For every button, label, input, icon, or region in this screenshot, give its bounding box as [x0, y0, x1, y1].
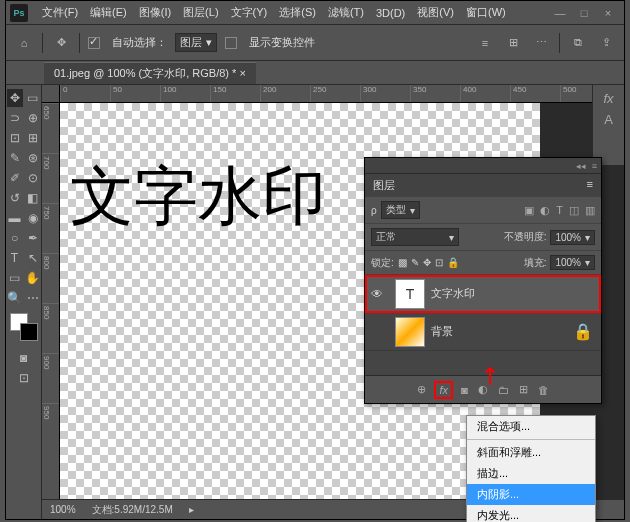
right-dock: fx A	[592, 85, 624, 165]
character-panel-icon[interactable]: A	[604, 112, 613, 127]
layer-row[interactable]: 背景 🔒	[365, 313, 601, 351]
edit-toolbar[interactable]: ⋯	[25, 289, 41, 307]
panel-title[interactable]: 图层	[373, 178, 395, 193]
fx-stroke[interactable]: 描边...	[467, 463, 595, 484]
align-icon[interactable]: ≡	[475, 33, 495, 53]
fx-panel-icon[interactable]: fx	[603, 91, 613, 106]
move-tool[interactable]: ✥	[7, 89, 23, 107]
blur-tool[interactable]: ◉	[25, 209, 41, 227]
ruler-corner	[42, 85, 60, 103]
zoom-level[interactable]: 100%	[50, 504, 76, 515]
close-button[interactable]: ×	[596, 3, 620, 23]
menu-layer[interactable]: 图层(L)	[177, 5, 224, 20]
menu-filter[interactable]: 滤镜(T)	[322, 5, 370, 20]
pen-tool[interactable]: ✒	[25, 229, 41, 247]
fx-button[interactable]: fx	[436, 383, 451, 397]
lock-icon: 🔒	[573, 322, 593, 341]
canvas-text-layer[interactable]: 文字水印	[70, 153, 326, 240]
fx-inner-glow[interactable]: 内发光...	[467, 505, 595, 522]
eraser-tool[interactable]: ◧	[25, 189, 41, 207]
visibility-icon[interactable]: 👁	[365, 287, 389, 301]
layer-thumb-bg	[395, 317, 425, 347]
layer-row[interactable]: 👁 T 文字水印	[365, 275, 601, 313]
app-logo: Ps	[10, 4, 28, 22]
autoselect-target[interactable]: 图层▾	[175, 33, 217, 52]
crop-tool[interactable]: ⊡	[7, 129, 23, 147]
filter-type-icon[interactable]: T	[556, 204, 563, 217]
menu-edit[interactable]: 编辑(E)	[84, 5, 133, 20]
share-icon[interactable]: ⇪	[596, 33, 616, 53]
showtransform-label: 显示变换控件	[249, 35, 315, 50]
menu-3d[interactable]: 3D(D)	[370, 7, 411, 19]
filter-smart-icon[interactable]: ▥	[585, 204, 595, 217]
fx-blending-options[interactable]: 混合选项...	[467, 416, 595, 437]
screenmode-tool[interactable]: ⊡	[16, 369, 32, 387]
showtransform-checkbox[interactable]	[225, 37, 237, 49]
history-brush[interactable]: ↺	[7, 189, 23, 207]
autoselect-label: 自动选择：	[112, 35, 167, 50]
filter-adjust-icon[interactable]: ◐	[540, 204, 550, 217]
close-tab-icon[interactable]: ×	[239, 67, 245, 79]
filter-shape-icon[interactable]: ◫	[569, 204, 579, 217]
status-arrow-icon[interactable]: ▸	[189, 504, 194, 515]
move-tool-icon[interactable]: ✥	[51, 33, 71, 53]
link-layers-icon[interactable]: ⊕	[417, 383, 426, 396]
color-swatch[interactable]	[10, 313, 38, 341]
search-icon[interactable]: ρ	[371, 205, 377, 216]
lock-pixels-icon[interactable]: ✎	[411, 257, 419, 268]
opacity-value[interactable]: 100%▾	[550, 230, 595, 245]
autoselect-checkbox[interactable]	[88, 37, 100, 49]
eyedropper-tool[interactable]: ✎	[7, 149, 23, 167]
maximize-button[interactable]: □	[572, 3, 596, 23]
menu-image[interactable]: 图像(I)	[133, 5, 177, 20]
brush-tool[interactable]: ✐	[7, 169, 23, 187]
fill-value[interactable]: 100%▾	[550, 255, 595, 270]
minimize-button[interactable]: —	[548, 3, 572, 23]
distribute-icon[interactable]: ⋯	[531, 33, 551, 53]
app-window: Ps 文件(F) 编辑(E) 图像(I) 图层(L) 文字(Y) 选择(S) 滤…	[5, 0, 625, 520]
layer-thumb-type: T	[395, 279, 425, 309]
blend-mode[interactable]: 正常▾	[371, 228, 459, 246]
layer-name[interactable]: 背景	[431, 324, 573, 339]
document-tab[interactable]: 01.jpeg @ 100% (文字水印, RGB/8) * ×	[44, 62, 256, 84]
lock-position-icon[interactable]: ✥	[423, 257, 431, 268]
shape-tool[interactable]: ▭	[7, 269, 23, 287]
fill-label: 填充:	[524, 256, 547, 270]
home-icon[interactable]: ⌂	[14, 33, 34, 53]
path-tool[interactable]: ↖	[25, 249, 41, 267]
menu-type[interactable]: 文字(Y)	[225, 5, 274, 20]
menu-window[interactable]: 窗口(W)	[460, 5, 512, 20]
panel-menu-icon-2[interactable]: ≡	[587, 178, 593, 193]
mask-icon[interactable]: ◙	[461, 384, 468, 396]
hand-tool[interactable]: ✋	[25, 269, 41, 287]
menu-file[interactable]: 文件(F)	[36, 5, 84, 20]
quickmask-tool[interactable]: ◙	[16, 349, 32, 367]
quick-select-tool[interactable]: ⊕	[25, 109, 41, 127]
trash-icon[interactable]: 🗑	[538, 384, 549, 396]
frame-tool[interactable]: ⊞	[25, 129, 41, 147]
lasso-tool[interactable]: ⊃	[7, 109, 23, 127]
layer-name[interactable]: 文字水印	[431, 286, 601, 301]
lock-all-icon[interactable]: 🔒	[447, 257, 459, 268]
lock-transparent-icon[interactable]: ▩	[398, 257, 407, 268]
gradient-tool[interactable]: ▬	[7, 209, 23, 227]
dodge-tool[interactable]: ○	[7, 229, 23, 247]
new-layer-icon[interactable]: ⊞	[519, 383, 528, 396]
panel-menu-icon[interactable]: ≡	[592, 161, 597, 171]
menu-view[interactable]: 视图(V)	[411, 5, 460, 20]
align-icon-2[interactable]: ⊞	[503, 33, 523, 53]
stamp-tool[interactable]: ⊙	[25, 169, 41, 187]
collapse-icon[interactable]: ◂◂	[576, 161, 586, 171]
filter-kind[interactable]: 类型▾	[381, 201, 420, 219]
marquee-tool[interactable]: ▭	[25, 89, 41, 107]
fx-inner-shadow[interactable]: 内阴影...	[467, 484, 595, 505]
type-tool[interactable]: T	[7, 249, 23, 267]
lock-label: 锁定:	[371, 256, 394, 270]
menu-select[interactable]: 选择(S)	[273, 5, 322, 20]
heal-tool[interactable]: ⊛	[25, 149, 41, 167]
fx-bevel[interactable]: 斜面和浮雕...	[467, 442, 595, 463]
filter-pixel-icon[interactable]: ▣	[524, 204, 534, 217]
3d-icon[interactable]: ⧉	[568, 33, 588, 53]
lock-artboard-icon[interactable]: ⊡	[435, 257, 443, 268]
zoom-tool[interactable]: 🔍	[7, 289, 23, 307]
